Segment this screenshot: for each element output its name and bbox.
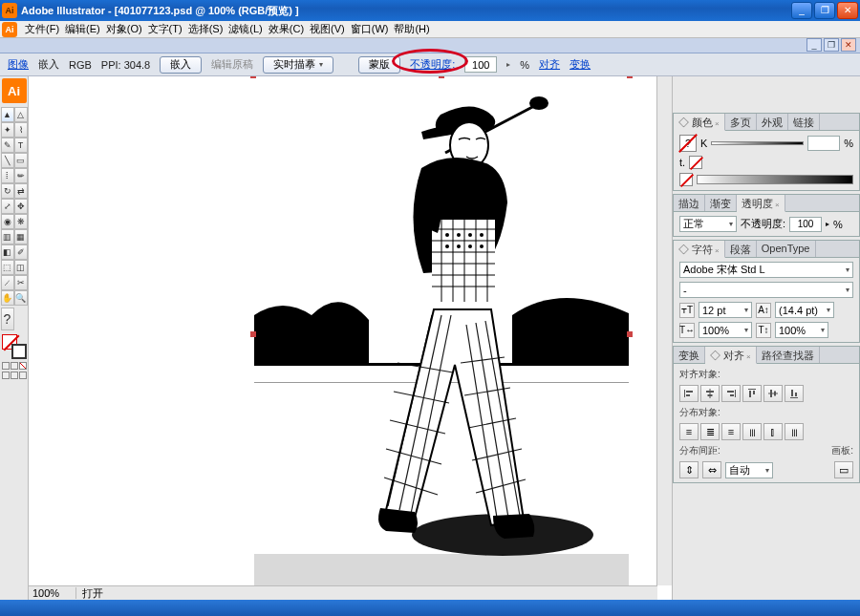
opacity-label[interactable]: 不透明度: [410,57,455,72]
opacity-field[interactable] [464,56,497,73]
menu-select[interactable]: 选择(S) [186,21,226,37]
k-value-field[interactable] [807,136,840,151]
canvas[interactable]: 100% 打开 [29,76,673,600]
menu-object[interactable]: 对象(O) [104,21,144,37]
menu-file[interactable]: 文件(F) [23,21,61,37]
opacity-field2[interactable] [789,217,822,232]
column-graph-tool[interactable]: ▥ [1,229,14,244]
warp-tool[interactable]: ◉ [1,214,14,229]
tab-pages[interactable]: 多页 [725,114,757,130]
align-to-artboard-button[interactable]: ▭ [834,461,853,478]
zoom-level[interactable]: 100% [29,587,76,599]
placed-image[interactable] [254,76,629,592]
tab-gradient[interactable]: 渐变 [705,195,737,211]
magic-wand-tool[interactable]: ✦ [1,122,14,138]
k-slider[interactable] [711,141,804,145]
symbol-sprayer-tool[interactable]: ❋ [14,214,28,229]
doc-close-button[interactable]: ✕ [841,38,856,52]
scissors-tool[interactable]: ✂ [14,275,28,290]
scale-tool[interactable]: ⤢ [1,199,14,214]
reflect-tool[interactable]: ⇄ [14,183,28,199]
align-bottom-button[interactable] [785,385,804,402]
tab-opentype[interactable]: OpenType [757,241,816,257]
menu-effect[interactable]: 效果(C) [267,21,306,37]
slice-tool[interactable]: ⟋ [1,275,14,290]
zoom-tool[interactable]: 🔍 [14,290,28,306]
align-link[interactable]: 对齐 [539,57,560,72]
dist-hcenter-button[interactable]: ⫿ [763,423,783,440]
line-tool[interactable]: ╲ [1,153,14,168]
tab-paragraph[interactable]: 段落 [725,241,757,257]
dist-left-button[interactable]: ⫼ [742,423,762,440]
menu-filter[interactable]: 滤镜(L) [226,21,264,37]
live-trace-button[interactable]: 实时描摹 [263,56,333,74]
none-swatch-icon[interactable] [689,156,702,169]
align-hcenter-button[interactable] [700,385,720,402]
fill-swatch-icon[interactable]: ? [679,135,697,152]
minimize-button[interactable]: _ [791,2,812,19]
type-tool[interactable]: T [14,138,28,153]
grayscale-spectrum[interactable] [697,175,853,184]
tab-appearance[interactable]: 外观 [757,114,788,130]
tab-pathfinder[interactable]: 路径查找器 [757,347,820,363]
menu-view[interactable]: 视图(V) [308,21,347,37]
tab-transform[interactable]: 变换 [674,347,705,363]
maximize-button[interactable]: ❐ [814,2,835,19]
dist-bottom-button[interactable]: ≡ [721,423,741,440]
opacity-stepper2[interactable]: ▸ [826,220,829,228]
screen-mode-1[interactable] [2,372,10,379]
gradient-mode-icon[interactable] [11,362,18,370]
screen-mode-3[interactable] [19,372,27,379]
font-style-select[interactable]: -▾ [679,282,853,298]
dist-top-button[interactable]: ≡ [679,423,699,440]
unknown-tool[interactable]: ? [1,308,14,330]
menu-type[interactable]: 文字(T) [146,21,184,37]
free-transform-tool[interactable]: ✥ [14,199,28,214]
eyedropper-tool[interactable]: ✐ [14,244,28,260]
vscale-select[interactable]: 100%▾ [775,322,828,338]
menu-edit[interactable]: 编辑(E) [63,21,102,37]
fill-stroke-swatch[interactable] [2,334,27,359]
hscale-select[interactable]: 100%▾ [699,322,752,338]
doc-restore-button[interactable]: ❐ [824,38,839,52]
close-button[interactable]: ✕ [837,2,858,19]
blend-tool[interactable]: ⬚ [1,260,14,275]
leading-select[interactable]: (14.4 pt)▾ [775,302,834,318]
embed-button[interactable]: 嵌入 [160,56,202,74]
screen-mode-2[interactable] [11,372,18,379]
dist-right-button[interactable]: ⫼ [785,423,804,440]
font-family-select[interactable]: Adobe 宋体 Std L▾ [679,262,853,278]
transform-link[interactable]: 变换 [570,57,591,72]
mask-button[interactable]: 蒙版 [358,56,400,74]
dist-hspace-button[interactable]: ⇔ [702,461,721,478]
pen-tool[interactable]: ✎ [1,138,14,153]
gradient-tool[interactable]: ◧ [1,244,14,260]
image-link[interactable]: 图像 [8,57,29,72]
align-vcenter-button[interactable] [763,385,783,402]
rotate-tool[interactable]: ↻ [1,183,14,199]
direct-selection-tool[interactable]: △ [14,107,28,122]
tab-transparency[interactable]: 透明度× [737,195,785,212]
font-size-select[interactable]: 12 pt▾ [699,302,752,318]
dist-vcenter-button[interactable]: ≣ [700,423,720,440]
opacity-stepper-icon[interactable]: ▸ [506,60,510,69]
tab-links[interactable]: 链接 [788,114,820,130]
rectangle-tool[interactable]: ▭ [14,153,28,168]
menu-window[interactable]: 窗口(W) [349,21,391,37]
hand-tool[interactable]: ✋ [1,290,14,306]
menu-help[interactable]: 帮助(H) [392,21,431,37]
live-paint-tool[interactable]: ◫ [14,260,28,275]
spacing-mode-select[interactable]: 自动▾ [725,462,773,478]
selection-tool[interactable]: ▲ [1,107,14,122]
align-top-button[interactable] [742,385,762,402]
tab-character[interactable]: ◇ 字符× [674,241,725,258]
pencil-tool[interactable]: ✏ [14,168,28,183]
blend-mode-select[interactable]: 正常▾ [679,216,737,232]
align-left-button[interactable] [679,385,699,402]
doc-min-button[interactable]: _ [806,38,822,52]
mesh-tool[interactable]: ▦ [14,229,28,244]
paintbrush-tool[interactable]: ⵂ [1,168,14,183]
dist-vspace-button[interactable]: ⇕ [679,461,699,478]
align-right-button[interactable] [721,385,741,402]
lasso-tool[interactable]: ⌇ [14,122,28,138]
